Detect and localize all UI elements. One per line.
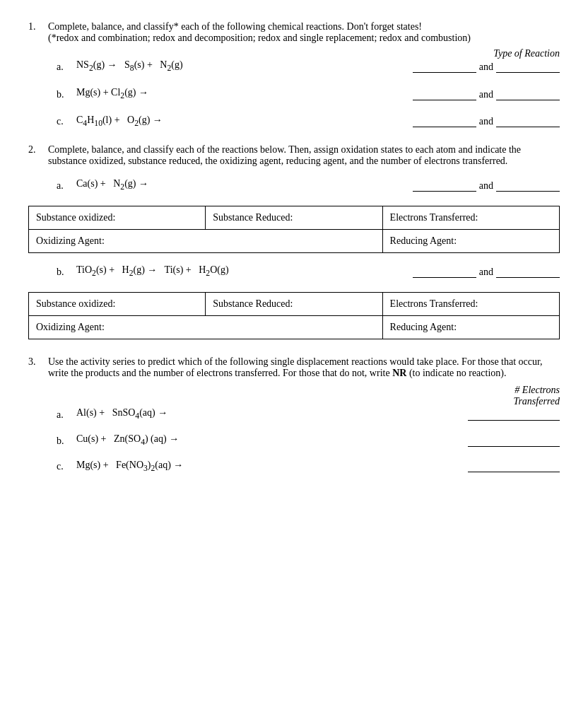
- q2-b-substance-reduced-label: Substance Reduced:: [213, 298, 293, 309]
- q2-number: 2.: [28, 144, 42, 167]
- q2-a-oxidizing-agent-cell: Oxidizing Agent:: [29, 230, 383, 253]
- q1-a-blank1[interactable]: [413, 62, 476, 73]
- q1-main-text: Complete, balance, and classify* each of…: [48, 21, 422, 32]
- q2-a-table-row2: Oxidizing Agent: Reducing Agent:: [29, 230, 560, 253]
- q1-c-blank2[interactable]: [496, 116, 560, 127]
- q1-c-blank1[interactable]: [413, 116, 476, 127]
- q2-a-electrons-transferred-cell: Electrons Transferred:: [382, 206, 559, 230]
- q2-a-blank1[interactable]: [413, 180, 476, 192]
- q2-b-substance-oxidized-label: Substance oxidized:: [36, 298, 115, 309]
- q3-a-blanks: [454, 409, 560, 421]
- q2-part-b: b. TiO2(s) + H2(g) → Ti(s) + H2O(g) and …: [28, 264, 560, 339]
- q2-a-table-container: Substance oxidized: Substance Reduced: E…: [28, 206, 560, 253]
- q3-electrons-label: # ElectronsTransferred: [513, 385, 560, 407]
- q2-a-substance-oxidized-label: Substance oxidized:: [36, 212, 115, 223]
- q3-a-equation: Al(s) + SnSO4(aq) →: [76, 407, 454, 421]
- question-3-header: 3. Use the activity series to predict wh…: [28, 356, 560, 379]
- q2-a-label: a.: [57, 180, 76, 192]
- question-1: 1. Complete, balance, and classify* each…: [28, 21, 560, 127]
- q1-subtext: (*redox and combination; redox and decom…: [48, 33, 471, 43]
- q3-reaction-a: a. Al(s) + SnSO4(aq) →: [28, 407, 560, 421]
- q2-a-substance-oxidized-cell: Substance oxidized:: [29, 206, 206, 230]
- q2-main-text: Complete, balance, and classify each of …: [48, 144, 521, 166]
- q1-b-blank1[interactable]: [413, 89, 476, 100]
- q2-a-blank2[interactable]: [496, 180, 560, 192]
- q2-b-blank2[interactable]: [496, 267, 560, 278]
- q3-electrons-header: # ElectronsTransferred: [28, 385, 560, 407]
- q2-part-a: a. Ca(s) + N2(g) → and Substance oxidize…: [28, 178, 560, 253]
- type-of-reaction-label: Type of Reaction: [493, 48, 560, 59]
- question-1-header: 1. Complete, balance, and classify* each…: [28, 21, 560, 44]
- q2-a-and: and: [479, 180, 493, 192]
- q3-b-blank[interactable]: [468, 436, 560, 447]
- q2-b-table-row1: Substance oxidized: Substance Reduced: E…: [29, 292, 560, 315]
- q3-a-blank[interactable]: [468, 409, 560, 421]
- q1-reaction-c-label: c.: [57, 116, 76, 127]
- q3-main-text: Use the activity series to predict which…: [48, 356, 543, 378]
- q1-reaction-c: c. C4H10(l) + O2(g) → and: [28, 115, 560, 128]
- q2-a-electrons-transferred-label: Electrons Transferred:: [390, 212, 478, 223]
- q2-b-oxidizing-agent-label: Oxidizing Agent:: [36, 322, 105, 332]
- q3-nr-bold: NR: [392, 368, 406, 378]
- q2-b-substance-reduced-cell: Substance Reduced:: [206, 292, 382, 315]
- q1-reaction-b-equation: Mg(s) + Cl2(g) →: [76, 87, 390, 100]
- q1-reaction-c-equation: C4H10(l) + O2(g) →: [76, 115, 390, 128]
- q1-reaction-b: b. Mg(s) + Cl2(g) → and: [28, 87, 560, 100]
- q2-b-electrons-transferred-label: Electrons Transferred:: [390, 298, 478, 309]
- q2-a-oxidizing-agent-label: Oxidizing Agent:: [36, 235, 105, 246]
- q3-reaction-c: c. Mg(s) + Fe(NO3)2(aq) →: [28, 460, 560, 473]
- q2-b-label: b.: [57, 267, 76, 278]
- q3-c-equation: Mg(s) + Fe(NO3)2(aq) →: [76, 460, 454, 473]
- q1-a-blank2[interactable]: [496, 62, 560, 73]
- q2-b-table-container: Substance oxidized: Substance Reduced: E…: [28, 292, 560, 339]
- q1-c-and: and: [479, 116, 493, 127]
- q2-a-equation: Ca(s) + N2(g) →: [76, 178, 390, 192]
- q3-text: Use the activity series to predict which…: [48, 356, 560, 379]
- q1-text: Complete, balance, and classify* each of…: [48, 21, 560, 44]
- q2-a-blanks: and: [390, 180, 560, 192]
- q1-b-and: and: [479, 89, 493, 100]
- type-of-reaction-header: Type of Reaction: [28, 48, 560, 59]
- q2-b-substance-oxidized-cell: Substance oxidized:: [29, 292, 206, 315]
- q3-a-label: a.: [57, 409, 76, 421]
- q2-a-reducing-agent-label: Reducing Agent:: [390, 235, 457, 246]
- q2-text: Complete, balance, and classify each of …: [48, 144, 560, 167]
- q1-reaction-a-equation: NS2(g) → S8(s) + N2(g): [76, 59, 390, 73]
- q2-a-reducing-agent-cell: Reducing Agent:: [382, 230, 559, 253]
- q3-c-blank[interactable]: [468, 461, 560, 472]
- question-2-header: 2. Complete, balance, and classify each …: [28, 144, 560, 167]
- q2-reaction-a-row: a. Ca(s) + N2(g) → and: [28, 178, 560, 192]
- q3-b-label: b.: [57, 436, 76, 447]
- question-2: 2. Complete, balance, and classify each …: [28, 144, 560, 339]
- q2-b-electrons-transferred-cell: Electrons Transferred:: [382, 292, 559, 315]
- q3-reaction-b: b. Cu(s) + Zn(SO4) (aq) →: [28, 433, 560, 447]
- q1-reaction-a-label: a.: [57, 62, 76, 73]
- q2-b-and: and: [479, 267, 493, 278]
- q1-reaction-a-blanks: and: [390, 62, 560, 73]
- q2-b-blank1[interactable]: [413, 267, 476, 278]
- q3-c-blanks: [454, 461, 560, 472]
- q1-number: 1.: [28, 21, 42, 44]
- q3-b-blanks: [454, 436, 560, 447]
- q1-reaction-b-blanks: and: [390, 89, 560, 100]
- q2-a-substance-reduced-label: Substance Reduced:: [213, 212, 293, 223]
- q2-b-blanks: and: [390, 267, 560, 278]
- question-3: 3. Use the activity series to predict wh…: [28, 356, 560, 472]
- q2-a-table-row1: Substance oxidized: Substance Reduced: E…: [29, 206, 560, 230]
- q2-a-substance-reduced-cell: Substance Reduced:: [206, 206, 382, 230]
- q2-a-table: Substance oxidized: Substance Reduced: E…: [28, 206, 560, 253]
- q2-b-reducing-agent-label: Reducing Agent:: [390, 322, 457, 332]
- q3-b-equation: Cu(s) + Zn(SO4) (aq) →: [76, 433, 454, 447]
- q1-a-and: and: [479, 62, 493, 73]
- q1-reaction-a: a. NS2(g) → S8(s) + N2(g) and: [28, 59, 560, 73]
- q2-b-table: Substance oxidized: Substance Reduced: E…: [28, 292, 560, 339]
- q2-b-equation: TiO2(s) + H2(g) → Ti(s) + H2O(g): [76, 264, 390, 278]
- q3-c-label: c.: [57, 461, 76, 472]
- q2-b-reducing-agent-cell: Reducing Agent:: [382, 315, 559, 339]
- q2-b-oxidizing-agent-cell: Oxidizing Agent:: [29, 315, 383, 339]
- q1-reaction-b-label: b.: [57, 89, 76, 100]
- q2-reaction-b-row: b. TiO2(s) + H2(g) → Ti(s) + H2O(g) and: [28, 264, 560, 278]
- q2-b-table-row2: Oxidizing Agent: Reducing Agent:: [29, 315, 560, 339]
- q1-b-blank2[interactable]: [496, 89, 560, 100]
- q3-number: 3.: [28, 356, 42, 379]
